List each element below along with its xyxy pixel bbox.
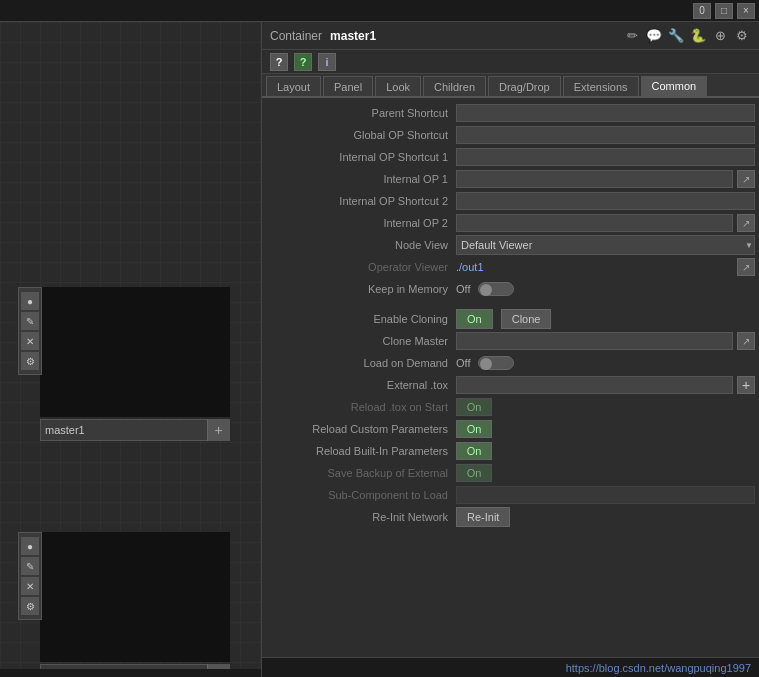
enable-cloning-label: Enable Cloning [266, 313, 456, 325]
node-icon-gear2[interactable]: ⚙ [21, 597, 39, 615]
right-panel: Container master1 ✏ 💬 🔧 🐍 ⊕ ⚙ ? ? i Layo… [262, 22, 759, 677]
reload-custom-params-btn[interactable]: On [456, 420, 492, 438]
master1-label: master1 [41, 424, 207, 436]
master1-footer: master1 + [40, 419, 230, 441]
container-label: Container [270, 29, 322, 43]
tab-children[interactable]: Children [423, 76, 486, 96]
top-bar: 0 □ × [0, 0, 759, 22]
reload-tox-on-btn[interactable]: On [456, 398, 492, 416]
internal-op-shortcut2-label: Internal OP Shortcut 2 [266, 195, 456, 207]
external-tox-label: External .tox [266, 379, 456, 391]
internal-op-shortcut1-label: Internal OP Shortcut 1 [266, 151, 456, 163]
reload-tox-value: On [456, 398, 755, 416]
load-on-demand-toggle[interactable] [478, 356, 514, 370]
external-tox-value: + [456, 376, 755, 394]
enable-cloning-value: On Clone [456, 309, 755, 329]
maximize-btn[interactable]: □ [715, 3, 733, 19]
clone-master-label: Clone Master [266, 335, 456, 347]
gear-icon[interactable]: ⚙ [733, 27, 751, 45]
bottom-url: https://blog.csdn.net/wangpuqing1997 [566, 662, 751, 674]
minimize-btn[interactable]: 0 [693, 3, 711, 19]
external-tox-plus[interactable]: + [737, 376, 755, 394]
operator-viewer-label: Operator Viewer [266, 261, 456, 273]
sub-component-row: Sub-Component to Load [262, 484, 759, 506]
comment-icon[interactable]: 💬 [645, 27, 663, 45]
reload-builtin-params-value: On [456, 442, 755, 460]
tab-look[interactable]: Look [375, 76, 421, 96]
close-btn[interactable]: × [737, 3, 755, 19]
node-icon-gear[interactable]: ⚙ [21, 352, 39, 370]
internal-op1-input[interactable] [456, 170, 733, 188]
clone-master-input[interactable] [456, 332, 733, 350]
tab-panel[interactable]: Panel [323, 76, 373, 96]
cloning-on-btn[interactable]: On [456, 309, 493, 329]
sub-component-value [456, 486, 755, 504]
node-view-label: Node View [266, 239, 456, 251]
internal-op2-row: Internal OP 2 ↗ [262, 212, 759, 234]
node-icon-edit2[interactable]: ✎ [21, 557, 39, 575]
pencil-icon[interactable]: ✏ [623, 27, 641, 45]
wrench-icon[interactable]: 🔧 [667, 27, 685, 45]
tab-layout[interactable]: Layout [266, 76, 321, 96]
reload-tox-row: Reload .tox on Start On [262, 396, 759, 418]
tabs-bar: Layout Panel Look Children Drag/Drop Ext… [262, 74, 759, 98]
internal-op1-label: Internal OP 1 [266, 173, 456, 185]
reload-builtin-params-btn[interactable]: On [456, 442, 492, 460]
node-icon-circle[interactable]: ● [21, 292, 39, 310]
plus-circle-icon[interactable]: ⊕ [711, 27, 729, 45]
internal-op1-arrow[interactable]: ↗ [737, 170, 755, 188]
master1-add-btn[interactable]: + [207, 419, 229, 441]
replicator1-preview [40, 532, 230, 662]
reinit-btn[interactable]: Re-Init [456, 507, 510, 527]
global-op-shortcut-input[interactable] [456, 126, 755, 144]
keep-in-memory-row: Keep in Memory Off [262, 278, 759, 300]
keep-in-memory-off-text: Off [456, 283, 470, 295]
keep-in-memory-toggle[interactable] [478, 282, 514, 296]
enable-cloning-row: Enable Cloning On Clone [262, 308, 759, 330]
reload-builtin-params-row: Reload Built-In Parameters On [262, 440, 759, 462]
python-icon[interactable]: 🐍 [689, 27, 707, 45]
external-tox-input[interactable] [456, 376, 733, 394]
internal-op2-arrow[interactable]: ↗ [737, 214, 755, 232]
container-name: master1 [330, 29, 376, 43]
tab-common[interactable]: Common [641, 76, 708, 96]
internal-op-shortcut1-input[interactable] [456, 148, 755, 166]
reload-builtin-params-label: Reload Built-In Parameters [266, 445, 456, 457]
save-backup-value: On [456, 464, 755, 482]
bookmark-btn[interactable]: ? [294, 53, 312, 71]
sub-component-input[interactable] [456, 486, 755, 504]
operator-viewer-value: ./out1 ↗ [456, 258, 755, 276]
parent-shortcut-label: Parent Shortcut [266, 107, 456, 119]
clone-master-row: Clone Master ↗ [262, 330, 759, 352]
internal-op1-value: ↗ [456, 170, 755, 188]
operator-viewer-arrow[interactable]: ↗ [737, 258, 755, 276]
internal-op-shortcut2-input[interactable] [456, 192, 755, 210]
global-op-shortcut-value [456, 126, 755, 144]
reload-custom-params-value: On [456, 420, 755, 438]
load-on-demand-value: Off [456, 356, 755, 370]
reinit-network-label: Re-Init Network [266, 511, 456, 523]
help-bar: ? ? i [262, 50, 759, 74]
node-icon-close[interactable]: ✕ [21, 332, 39, 350]
internal-op2-input[interactable] [456, 214, 733, 232]
title-icons: ✏ 💬 🔧 🐍 ⊕ ⚙ [623, 27, 751, 45]
node-icon-circle2[interactable]: ● [21, 537, 39, 555]
clone-master-arrow[interactable]: ↗ [737, 332, 755, 350]
tab-dragdrop[interactable]: Drag/Drop [488, 76, 561, 96]
info-btn[interactable]: i [318, 53, 336, 71]
node-view-dropdown-wrapper: Default Viewer ▼ [456, 235, 755, 255]
node-view-select[interactable]: Default Viewer [456, 235, 755, 255]
question-btn[interactable]: ? [270, 53, 288, 71]
reinit-network-value: Re-Init [456, 507, 755, 527]
reload-custom-params-label: Reload Custom Parameters [266, 423, 456, 435]
left-scrollbar[interactable] [0, 669, 261, 677]
tab-extensions[interactable]: Extensions [563, 76, 639, 96]
save-backup-btn[interactable]: On [456, 464, 492, 482]
clone-btn[interactable]: Clone [501, 309, 552, 329]
node-icon-edit[interactable]: ✎ [21, 312, 39, 330]
external-tox-row: External .tox + [262, 374, 759, 396]
parent-shortcut-input[interactable] [456, 104, 755, 122]
master1-preview [40, 287, 230, 417]
node-view-row: Node View Default Viewer ▼ [262, 234, 759, 256]
node-icon-close2[interactable]: ✕ [21, 577, 39, 595]
